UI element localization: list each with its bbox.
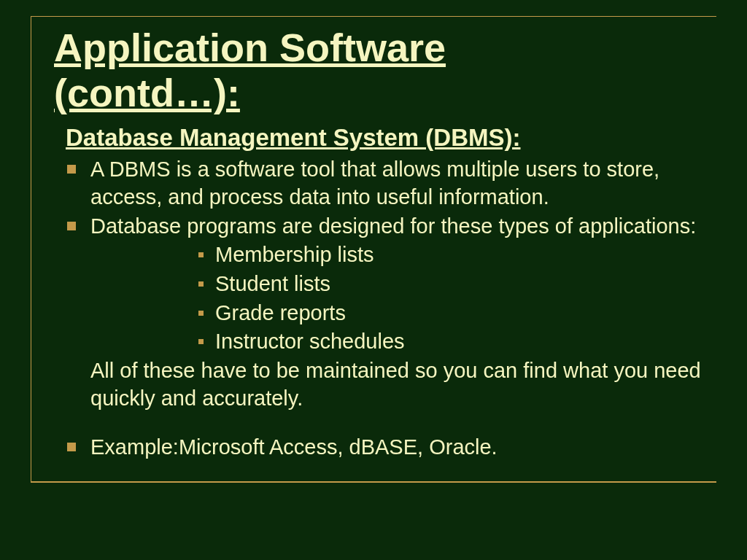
sub-bullet-icon	[198, 252, 204, 257]
bullet-item: A DBMS is a software tool that allows mu…	[67, 156, 716, 211]
border-top	[31, 16, 716, 17]
sub-bullet-icon	[198, 281, 204, 287]
slide-container: Application Software (contd…): Database …	[0, 0, 747, 560]
bullet-text: Database programs are designed for these…	[90, 213, 696, 241]
sub-bullet-item: Student lists	[198, 271, 716, 298]
bullet-icon	[67, 222, 76, 230]
sub-bullet-icon	[198, 311, 204, 316]
sub-bullet-text: Instructor schedules	[215, 328, 405, 356]
content-area: A DBMS is a software tool that allows mu…	[31, 156, 716, 462]
slide-subtitle: Database Management System (DBMS):	[66, 124, 716, 152]
bullet-text: Example:Microsoft Access, dBASE, Oracle.	[90, 434, 498, 462]
sub-bullet-text: Membership lists	[215, 241, 374, 269]
sub-bullet-icon	[198, 339, 204, 344]
sub-bullet-text: Grade reports	[215, 300, 346, 327]
title-line-1: Application Software	[54, 26, 446, 69]
border-left	[31, 16, 31, 483]
followup-text: All of these have to be maintained so yo…	[90, 357, 702, 412]
title-line-2: (contd…):	[54, 71, 240, 114]
bullet-text: A DBMS is a software tool that allows mu…	[90, 156, 716, 211]
border-bottom	[31, 481, 716, 483]
bullet-icon	[67, 165, 76, 174]
spacer	[31, 412, 716, 434]
bullet-icon	[67, 443, 76, 451]
bullet-item: Example:Microsoft Access, dBASE, Oracle.	[67, 434, 716, 462]
sub-bullet-item: Grade reports	[198, 300, 716, 327]
slide-title: Application Software (contd…):	[54, 25, 716, 115]
sub-bullet-item: Instructor schedules	[198, 328, 716, 356]
sub-bullet-text: Student lists	[215, 271, 330, 298]
sub-bullet-item: Membership lists	[198, 241, 716, 269]
bullet-item: Database programs are designed for these…	[67, 213, 716, 241]
